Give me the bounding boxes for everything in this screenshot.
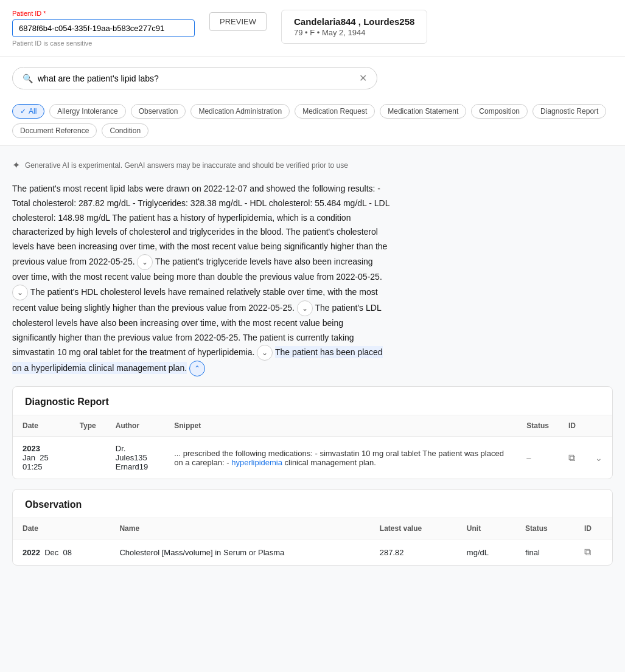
table-header-row: Date Type Author Snippet Status ID <box>13 415 612 437</box>
top-bar: Patient ID * Patient ID is case sensitiv… <box>0 0 625 57</box>
patient-id-hint: Patient ID is case sensitive <box>12 40 195 47</box>
filter-observation[interactable]: Observation <box>131 104 186 119</box>
ai-notice: ✦ Generative AI is experimental. GenAI a… <box>12 156 613 175</box>
filter-document-reference[interactable]: Document Reference <box>12 123 97 138</box>
expand-triglyceride-btn[interactable]: ⌄ <box>12 285 28 300</box>
search-area: 🔍 ✕ <box>0 57 625 99</box>
check-icon: ✓ <box>20 107 26 116</box>
row-expand: ⌄ <box>585 437 612 479</box>
row-date: 2023 Jan 25 01:25 <box>13 437 70 479</box>
search-icon: 🔍 <box>23 74 33 83</box>
filter-composition[interactable]: Composition <box>471 104 528 119</box>
patient-id-group: Patient ID * Patient ID is case sensitiv… <box>12 10 195 47</box>
row-id: ⧉ <box>559 437 585 479</box>
copy-icon: ⧉ <box>568 452 575 463</box>
patient-details: 79 • F • May 2, 1944 <box>294 28 414 37</box>
patient-info-card: Candelaria844 , Lourdes258 79 • F • May … <box>281 10 427 44</box>
obs-table-row: 2022 Dec 08 Cholesterol [Mass/volume] in… <box>13 539 612 566</box>
obs-col-unit: Unit <box>457 518 515 539</box>
filter-medication-statement[interactable]: Medication Statement <box>380 104 466 119</box>
col-type: Type <box>70 415 106 437</box>
obs-col-status: Status <box>515 518 574 539</box>
search-input[interactable] <box>38 74 354 83</box>
answer-text: The patient's most recent lipid labs wer… <box>12 182 389 376</box>
filter-condition[interactable]: Condition <box>102 123 148 138</box>
obs-header-row: Date Name Latest value Unit Status ID <box>13 518 612 539</box>
col-snippet: Snippet <box>164 415 517 437</box>
expand-cholesterol-btn[interactable]: ⌄ <box>137 254 153 270</box>
obs-col-latest-value: Latest value <box>370 518 457 539</box>
obs-col-date: Date <box>13 518 110 539</box>
col-date: Date <box>13 415 70 437</box>
filter-diagnostic-report[interactable]: Diagnostic Report <box>532 104 606 119</box>
preview-button[interactable]: PREVIEW <box>209 12 267 31</box>
obs-copy-icon: ⧉ <box>584 547 591 557</box>
diagnostic-report-table: Date Type Author Snippet Status ID 2023 … <box>13 415 612 479</box>
diagnostic-report-section: Diagnostic Report Date Type Author Snipp… <box>12 386 613 479</box>
observation-title: Observation <box>13 490 612 518</box>
row-snippet: ... prescribed the following medications… <box>164 437 517 479</box>
table-row: 2023 Jan 25 01:25 Dr. Jules135 Ernard19 … <box>13 437 612 479</box>
filter-allergy-intolerance[interactable]: Allergy Intolerance <box>49 104 125 119</box>
row-author: Dr. Jules135 Ernard19 <box>106 437 164 479</box>
ai-icon: ✦ <box>12 159 20 171</box>
filter-bar: ✓ All Allergy Intolerance Observation Me… <box>0 99 625 146</box>
obs-row-unit: mg/dL <box>457 539 515 566</box>
filter-medication-administration[interactable]: Medication Administration <box>190 104 290 119</box>
obs-col-name: Name <box>110 518 369 539</box>
obs-row-status: final <box>515 539 574 566</box>
col-expand <box>585 415 612 437</box>
expand-ldl-btn[interactable]: ⌄ <box>257 345 273 361</box>
patient-name: Candelaria844 , Lourdes258 <box>294 16 414 27</box>
col-author: Author <box>106 415 164 437</box>
copy-id-button[interactable]: ⧉ <box>568 452 575 463</box>
obs-row-id: ⧉ <box>574 539 612 566</box>
row-type <box>70 437 106 479</box>
expand-hdl-btn[interactable]: ⌄ <box>297 300 313 316</box>
obs-row-name: Cholesterol [Mass/volume] in Serum or Pl… <box>110 539 369 566</box>
patient-id-label: Patient ID * <box>12 10 195 17</box>
collapse-btn[interactable]: ⌃ <box>189 361 205 376</box>
obs-row-value: 287.82 <box>370 539 457 566</box>
filter-medication-request[interactable]: Medication Request <box>295 104 375 119</box>
search-bar: 🔍 ✕ <box>12 67 377 89</box>
observation-table: Date Name Latest value Unit Status ID 20… <box>13 518 612 565</box>
expand-row-button[interactable]: ⌄ <box>595 453 602 463</box>
answer-part1: The patient's most recent lipid labs wer… <box>12 184 389 266</box>
obs-row-date: 2022 Dec 08 <box>13 539 110 566</box>
diagnostic-report-title: Diagnostic Report <box>13 387 612 415</box>
filter-all[interactable]: ✓ All <box>12 104 44 119</box>
col-status: Status <box>517 415 559 437</box>
patient-id-input[interactable] <box>12 19 195 37</box>
obs-col-id: ID <box>574 518 612 539</box>
row-status: – <box>517 437 559 479</box>
observation-section: Observation Date Name Latest value Unit … <box>12 489 613 566</box>
obs-copy-id-button[interactable]: ⧉ <box>584 547 591 558</box>
col-id: ID <box>559 415 585 437</box>
main-content: ✦ Generative AI is experimental. GenAI a… <box>0 146 625 585</box>
clear-search-button[interactable]: ✕ <box>359 72 367 84</box>
ai-notice-text: Generative AI is experimental. GenAI ans… <box>25 161 348 170</box>
